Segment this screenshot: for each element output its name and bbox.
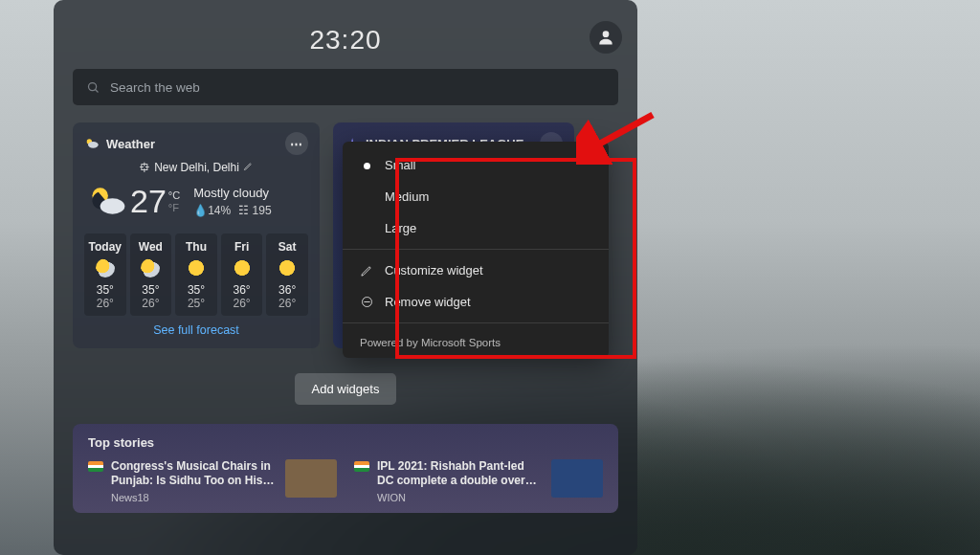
weather-condition: Mostly cloudy <box>193 186 271 200</box>
forecast-day[interactable]: Today35°26° <box>84 233 126 316</box>
story-source: WION <box>377 492 544 503</box>
location-pin-icon: ⯐ <box>139 161 150 174</box>
story-thumbnail <box>551 459 603 498</box>
see-full-forecast-link[interactable]: See full forecast <box>84 316 308 341</box>
widget-context-menu: Small Medium Large Customize widget Remo… <box>343 142 609 358</box>
svg-point-0 <box>603 31 610 37</box>
forecast-day-icon <box>278 258 297 278</box>
add-widgets-button[interactable]: Add widgets <box>295 373 397 405</box>
search-placeholder: Search the web <box>110 80 200 95</box>
menu-customize-widget[interactable]: Customize widget <box>343 255 609 286</box>
menu-size-medium[interactable]: Medium <box>343 181 609 212</box>
story-thumbnail <box>285 459 337 498</box>
edit-location-icon[interactable] <box>243 161 254 174</box>
forecast-row: Today35°26°Wed35°26°Thu35°25°Fri36°26°Sa… <box>84 233 308 316</box>
forecast-day-name: Fri <box>221 240 263 254</box>
search-icon <box>86 80 100 95</box>
forecast-low: 26° <box>130 297 172 310</box>
forecast-day-icon <box>233 258 252 278</box>
weather-title: Weather <box>106 137 155 151</box>
forecast-high: 35° <box>84 283 126 297</box>
top-stories-heading: Top stories <box>88 435 603 450</box>
forecast-day-icon <box>141 258 160 278</box>
precip-icon: 💧14% <box>193 204 231 217</box>
weather-more-button[interactable]: ⋯ <box>285 132 308 155</box>
temp-units[interactable]: °C °F <box>168 189 180 214</box>
story-flag-icon <box>88 461 103 472</box>
forecast-day-name: Today <box>84 240 126 254</box>
story-source: News18 <box>111 492 278 503</box>
forecast-high: 35° <box>175 283 217 297</box>
forecast-day[interactable]: Thu35°25° <box>175 233 217 316</box>
menu-footer: Powered by Microsoft Sports <box>343 328 609 352</box>
weather-location: New Delhi, Delhi <box>154 161 239 174</box>
svg-point-6 <box>100 198 125 214</box>
forecast-day[interactable]: Fri36°26° <box>221 233 263 316</box>
svg-point-4 <box>88 142 99 148</box>
clock-time: 23:20 <box>54 0 637 69</box>
forecast-day[interactable]: Sat36°26° <box>266 233 308 316</box>
forecast-day-icon <box>96 258 115 278</box>
menu-size-small[interactable]: Small <box>343 149 609 181</box>
forecast-high: 35° <box>130 283 172 297</box>
menu-size-large[interactable]: Large <box>343 212 609 244</box>
remove-icon <box>360 295 374 309</box>
forecast-low: 26° <box>266 297 308 310</box>
story-item[interactable]: Congress's Musical Chairs in Punjab: Is … <box>88 459 337 503</box>
story-flag-icon <box>354 461 369 472</box>
current-weather-icon <box>86 180 128 222</box>
forecast-day-name: Thu <box>175 240 217 254</box>
aqi-icon: ☷ 195 <box>238 204 271 217</box>
forecast-day-icon <box>187 258 206 278</box>
menu-remove-widget[interactable]: Remove widget <box>343 286 609 318</box>
forecast-high: 36° <box>266 283 308 297</box>
current-temp: 27 <box>128 183 167 220</box>
forecast-low: 26° <box>84 297 126 310</box>
weather-widget: Weather ⋯ ⯐ New Delhi, Delhi 27 °C °F <box>73 122 320 348</box>
profile-avatar[interactable] <box>590 21 622 54</box>
story-title: Congress's Musical Chairs in Punjab: Is … <box>111 459 278 488</box>
story-title: IPL 2021: Rishabh Pant-led DC complete a… <box>377 459 544 488</box>
forecast-low: 25° <box>175 297 217 310</box>
forecast-day-name: Wed <box>130 240 172 254</box>
search-input[interactable]: Search the web <box>73 69 618 105</box>
pencil-icon <box>360 263 374 278</box>
svg-point-1 <box>89 82 97 90</box>
top-stories-widget: Top stories Congress's Musical Chairs in… <box>73 424 618 513</box>
forecast-day[interactable]: Wed35°26° <box>130 233 172 316</box>
weather-icon <box>84 136 100 151</box>
story-item[interactable]: IPL 2021: Rishabh Pant-led DC complete a… <box>354 459 603 503</box>
forecast-low: 26° <box>221 297 263 310</box>
svg-line-2 <box>96 89 99 92</box>
forecast-high: 36° <box>221 283 263 297</box>
user-icon <box>596 28 615 47</box>
forecast-day-name: Sat <box>266 240 308 254</box>
